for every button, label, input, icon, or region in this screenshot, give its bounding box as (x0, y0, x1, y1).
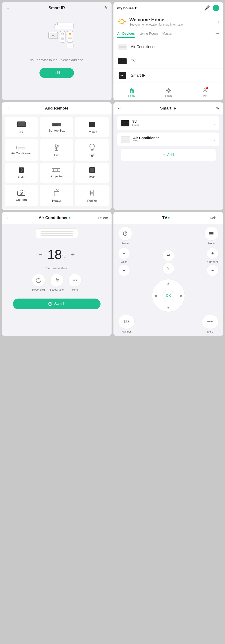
nav-smart-label: Smart (165, 94, 172, 97)
ir-ac-brand: TCL (133, 140, 159, 143)
more-tv-button[interactable]: ••• (202, 315, 218, 329)
device-item-ac[interactable]: Air Conditioner (113, 40, 223, 54)
category-purifier[interactable]: Purifier (75, 185, 109, 206)
back-button[interactable]: ↩ (162, 250, 174, 261)
svg-point-30 (122, 75, 123, 76)
temp-decrease-button[interactable]: − (39, 251, 43, 258)
channel-down-button[interactable]: − (207, 264, 218, 276)
channel-up-button[interactable]: + (207, 248, 218, 260)
category-heater-label: Heater (52, 199, 61, 202)
category-settop[interactable]: Set-top Box (40, 117, 74, 137)
dpad-up-button[interactable]: ▲ (166, 281, 170, 286)
tv-remote-header: ← TV Delete (113, 212, 223, 224)
edit-button[interactable]: ✎ (104, 6, 108, 10)
back-button[interactable]: ← (6, 6, 10, 11)
no-device-text: No IR device found，please add one. (2, 56, 112, 64)
svg-rect-59 (54, 191, 59, 196)
svg-rect-37 (89, 122, 95, 127)
ir-tv-left: TV Haier (121, 120, 139, 127)
house-selector[interactable]: my house ▾ (117, 6, 136, 10)
voice-up-button[interactable]: + (118, 248, 130, 260)
ir-ac-chevron-icon (214, 137, 215, 142)
dpad-down-button[interactable]: ▼ (166, 306, 170, 310)
ac-delete-button[interactable]: Delete (98, 216, 108, 220)
nav-smart[interactable]: Smart (150, 87, 187, 98)
svg-point-48 (21, 170, 22, 170)
ir-ac-name: Air Conditioner (133, 136, 159, 140)
voice-label: Voice (120, 260, 127, 264)
category-light[interactable]: Light (75, 139, 109, 161)
panel1-header: ← Smart IR ✎ (2, 2, 112, 14)
ac-speed-button[interactable]: A Speed: auto (50, 274, 64, 291)
add-remote-back-button[interactable]: ← (6, 106, 10, 111)
temperature-display: 18°C (47, 247, 66, 262)
category-ac[interactable]: Air Conditioner (5, 139, 38, 161)
dpad-left-button[interactable]: ◀ (154, 294, 157, 298)
svg-point-31 (167, 90, 169, 92)
ac-remote-back-button[interactable]: ← (6, 215, 10, 220)
tv-device-icon (117, 58, 128, 65)
tab-all-devices[interactable]: All Devices (117, 29, 135, 38)
smart-ir-edit-button[interactable]: ✎ (216, 106, 219, 111)
category-camera[interactable]: Camera (5, 185, 38, 206)
ir-device-ac[interactable]: Air Conditioner TCL (117, 132, 219, 146)
add-device-button[interactable]: add (40, 68, 74, 78)
smart-ir-back-button[interactable]: ← (117, 106, 122, 111)
up-button[interactable]: ⇧ (162, 263, 174, 274)
ac-mode-button[interactable]: Mode: cold (32, 274, 45, 291)
panel-ac-remote: ← Air Conditioner Delete − 18°C + Set Te… (2, 212, 112, 336)
power-button[interactable] (118, 226, 132, 240)
ir-tv-icon (121, 120, 129, 126)
more-tv-control: ••• More (202, 315, 218, 333)
ir-ac-icon (121, 136, 130, 143)
category-audio[interactable]: Audio (5, 163, 38, 183)
panel-smart-ir-empty: ← Smart IR ✎ TV (2, 2, 112, 100)
device-item-ir[interactable]: Smart IR (113, 68, 223, 83)
category-tv[interactable]: TV (5, 117, 38, 137)
house-name: my house (117, 6, 134, 10)
ok-label: OK (166, 294, 171, 298)
svg-rect-10 (61, 37, 64, 38)
nav-me[interactable]: Me (186, 87, 223, 98)
tv-remote-back-button[interactable]: ← (117, 215, 122, 220)
category-fan[interactable]: Fan (40, 139, 74, 161)
tv-delete-button[interactable]: Delete (210, 216, 219, 220)
add-remote-button[interactable]: + Add (121, 149, 215, 161)
svg-point-50 (56, 169, 58, 171)
svg-rect-17 (68, 38, 72, 39)
ir-device-tv[interactable]: TV Haier (117, 116, 219, 130)
ac-more-button[interactable]: ••• More (68, 274, 82, 291)
nav-home[interactable]: Home (113, 87, 150, 98)
category-dvd[interactable]: DVD (75, 163, 109, 183)
tabs-more-icon[interactable]: ••• (215, 32, 219, 36)
microphone-icon[interactable]: 🎤 (204, 5, 210, 11)
panel-home-smart: my house ▾ 🎤 + Welcome Home (113, 2, 223, 100)
add-remote-title: Add Remote (45, 106, 68, 111)
device-item-tv[interactable]: TV (113, 54, 223, 68)
dpad-control: ▲ ▼ ◀ ▶ OK (152, 279, 185, 312)
ir-device-icon (117, 72, 128, 79)
dpad-right-button[interactable]: ▶ (180, 294, 183, 298)
temp-increase-button[interactable]: + (71, 251, 75, 258)
ok-button[interactable]: OK (162, 290, 174, 301)
tv-bottom-row: 123 Number ••• More (118, 315, 218, 333)
tab-master[interactable]: Master (162, 29, 173, 38)
menu-button[interactable] (204, 226, 218, 240)
category-projector-label: Projector (51, 174, 63, 178)
svg-line-29 (119, 24, 120, 24)
category-heater[interactable]: Heater (40, 185, 74, 206)
welcome-banner[interactable]: Welcome Home Set your home location for … (113, 14, 223, 29)
ac-switch-button[interactable]: Switch (13, 298, 101, 309)
voice-down-button[interactable]: − (118, 264, 130, 276)
ir-device-list: TV Haier Air Conditioner TCL (113, 114, 223, 163)
category-camera-label: Camera (16, 198, 27, 202)
category-tvbox[interactable]: TV Box (75, 117, 109, 137)
tab-living-room[interactable]: Living Room (139, 29, 158, 38)
add-icon[interactable]: + (213, 5, 219, 11)
ac-speed-icon: A (50, 274, 63, 287)
number-button[interactable]: 123 (118, 315, 135, 329)
bottom-navigation: Home Smart Me (113, 85, 223, 100)
tv-top-row: Power Menu (118, 226, 218, 245)
category-projector[interactable]: Projector (40, 163, 74, 183)
svg-rect-55 (90, 168, 94, 172)
